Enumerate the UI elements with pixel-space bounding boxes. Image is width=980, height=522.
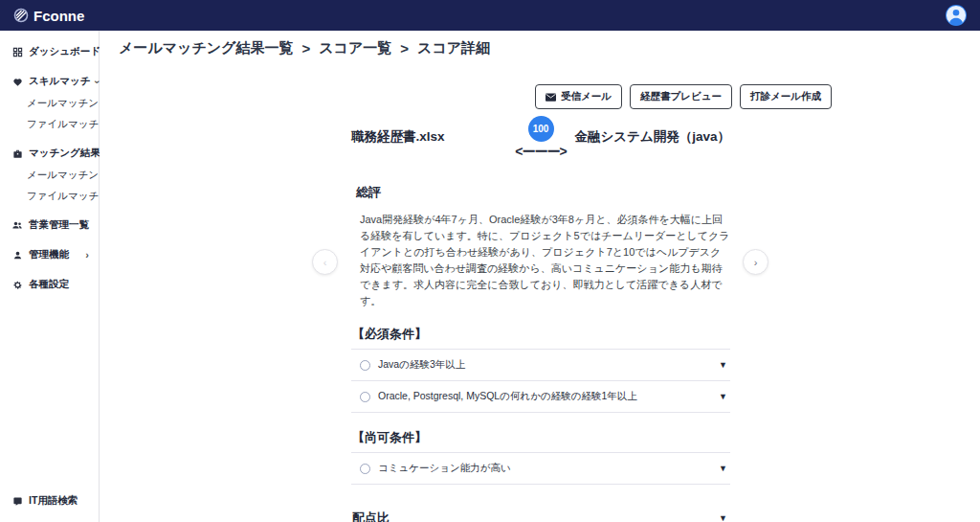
sidebar-label: ダッシュボード	[29, 45, 100, 58]
sidebar-label: 管理機能	[29, 248, 69, 261]
score-center: 100 <ーーー>	[515, 116, 566, 161]
caret-down-icon: ▼	[719, 464, 730, 473]
chevron-right-icon: ›	[85, 250, 89, 261]
sidebar-label: 営業管理一覧	[29, 218, 89, 232]
brand-logo[interactable]: Fconne	[13, 8, 84, 24]
sidebar-item-sales-list[interactable]: 営業管理一覧	[0, 214, 99, 237]
received-mail-label: 受信メール	[561, 90, 612, 103]
create-sounding-mail-label: 打診メール作成	[750, 90, 821, 103]
optional-conditions-heading: 【尚可条件】	[351, 429, 730, 446]
dashboard-icon	[11, 46, 23, 57]
people-icon	[11, 219, 23, 231]
top-navbar: Fconne	[0, 0, 980, 31]
briefcase-icon	[11, 148, 23, 159]
sidebar-item-skill-file-matching[interactable]: ファイルマッチング	[0, 114, 99, 135]
breadcrumb-item-mail-matching-results[interactable]: メールマッチング結果一覧	[119, 39, 293, 57]
sidebar-item-settings[interactable]: 各種設定	[0, 273, 99, 296]
sidebar-label: マッチング結果	[29, 147, 100, 160]
book-search-icon	[11, 495, 23, 507]
sidebar-item-skill-mail-matching[interactable]: メールマッチング	[0, 93, 99, 114]
resume-preview-button[interactable]: 経歴書プレビュー	[630, 84, 732, 109]
user-avatar[interactable]	[946, 5, 967, 26]
fconne-logo-icon	[13, 8, 29, 23]
sidebar-item-skill-match[interactable]: スキルマッチ ›	[0, 70, 99, 93]
required-conditions-heading: 【必須条件】	[351, 326, 730, 343]
brand-name: Fconne	[33, 8, 84, 24]
heart-icon	[11, 76, 23, 87]
envelope-icon	[546, 93, 556, 102]
optional-condition-row-communication[interactable]: コミュケーション能力が高い ▼	[351, 453, 730, 485]
match-arrow: <ーーー>	[515, 144, 566, 161]
sidebar-label: スキルマッチ	[29, 75, 90, 88]
score-header-row: 職務経歴書.xlsx 100 <ーーー> 金融システム開発（java）	[351, 116, 730, 161]
caret-down-icon: ▼	[719, 392, 730, 401]
condition-status-icon	[360, 392, 370, 402]
condition-status-icon	[360, 360, 370, 371]
condition-status-icon	[360, 464, 370, 474]
resume-preview-label: 経歴書プレビュー	[640, 90, 722, 103]
sidebar-label: IT用語検索	[29, 494, 78, 508]
create-sounding-mail-button[interactable]: 打診メール作成	[740, 84, 832, 109]
resume-file-title: 職務経歴書.xlsx	[351, 128, 515, 146]
score-detail-panel: 受信メール 経歴書プレビュー 打診メール作成 職務経歴書.xlsx 100 <ー…	[351, 84, 730, 522]
condition-label: Oracle, Postgresql, MySQLの何れかの経験の経験1年以上	[378, 390, 637, 403]
caret-down-icon: ▼	[719, 513, 730, 522]
sidebar-sub-label: メールマッチング	[27, 169, 109, 182]
condition-label: コミュケーション能力が高い	[378, 462, 511, 475]
sidebar-item-matching-result[interactable]: マッチング結果 ›	[0, 142, 99, 165]
breadcrumb-item-score-list[interactable]: スコア一覧	[319, 39, 391, 57]
summary-body: Java開発経験が4年7ヶ月、Oracle経験が3年8ヶ月と、必須条件を大幅に上…	[351, 212, 730, 309]
caret-down-icon: ▼	[719, 360, 730, 370]
breadcrumb-separator: >	[301, 40, 310, 57]
sidebar-sub-label: メールマッチング	[27, 97, 109, 110]
carousel-next-button[interactable]: ›	[743, 249, 768, 275]
sidebar: ダッシュボード スキルマッチ › メールマッチング ファイルマッチング マッチン…	[0, 31, 100, 522]
carousel-prev-button[interactable]: ‹	[312, 249, 338, 275]
breadcrumb: メールマッチング結果一覧 > スコア一覧 > スコア詳細	[119, 39, 490, 57]
job-title: 金融システム開発（java）	[567, 128, 730, 146]
received-mail-button[interactable]: 受信メール	[535, 84, 622, 109]
allocation-ratio-heading: 配点比	[352, 510, 390, 522]
gear-icon	[11, 279, 23, 290]
sidebar-item-dashboard[interactable]: ダッシュボード	[0, 40, 99, 63]
main-content: メールマッチング結果一覧 > スコア一覧 > スコア詳細 ‹ › 受信メール 経…	[100, 31, 980, 522]
breadcrumb-item-score-detail: スコア詳細	[417, 39, 490, 57]
sidebar-label: 各種設定	[29, 278, 69, 291]
required-condition-row-database[interactable]: Oracle, Postgresql, MySQLの何れかの経験の経験1年以上 …	[351, 381, 730, 413]
sidebar-item-admin[interactable]: 管理機能 ›	[0, 243, 99, 266]
sidebar-item-it-glossary-search[interactable]: IT用語検索	[0, 489, 99, 512]
summary-heading: 総評	[351, 184, 730, 201]
score-badge: 100	[528, 116, 554, 142]
action-button-row: 受信メール 経歴書プレビュー 打診メール作成	[351, 84, 832, 109]
sidebar-item-result-file-matching[interactable]: ファイルマッチング	[0, 186, 99, 207]
breadcrumb-separator: >	[400, 40, 409, 57]
allocation-ratio-row[interactable]: 配点比 ▼	[351, 510, 730, 522]
condition-label: Javaの経験3年以上	[378, 358, 465, 372]
sidebar-item-result-mail-matching[interactable]: メールマッチング 17	[0, 165, 99, 186]
person-icon	[11, 249, 23, 261]
required-condition-row-java[interactable]: Javaの経験3年以上 ▼	[351, 350, 730, 381]
user-icon	[946, 5, 967, 26]
